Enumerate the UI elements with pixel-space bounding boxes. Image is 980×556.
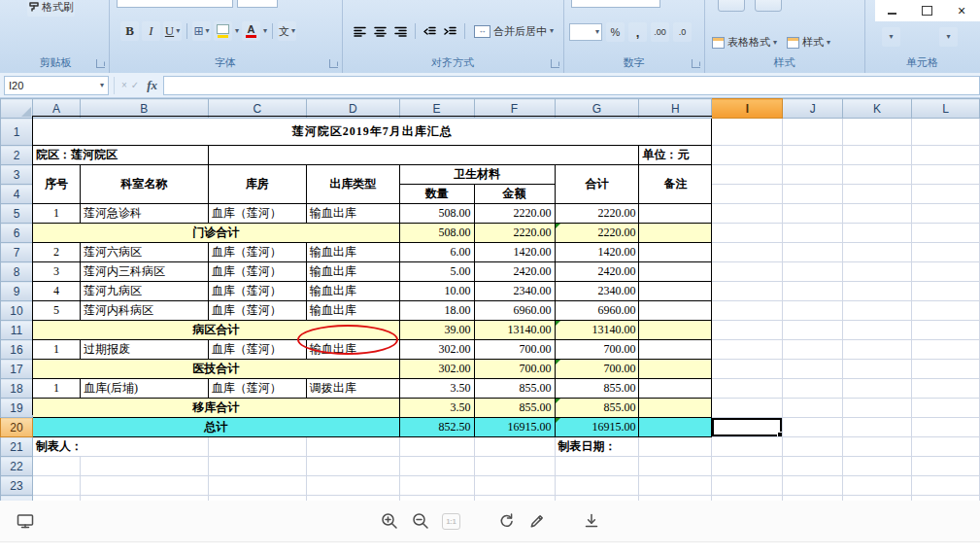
grid-cell[interactable] <box>912 262 980 282</box>
increase-decimal-button[interactable]: .00 <box>651 22 669 42</box>
cell[interactable]: 血库（莲河） <box>208 301 306 321</box>
grid-cell[interactable] <box>843 418 912 437</box>
grid-cell[interactable] <box>639 437 712 457</box>
row-header[interactable]: 7 <box>1 243 33 262</box>
cell[interactable]: 508.00 <box>399 224 474 243</box>
grid-cell[interactable] <box>555 457 639 476</box>
grid-cell[interactable] <box>783 437 843 457</box>
grid-cell[interactable] <box>555 476 639 496</box>
cell[interactable]: 13140.00 <box>474 321 555 340</box>
grid-cell[interactable] <box>912 301 980 321</box>
grid-cell[interactable] <box>843 119 912 146</box>
cell[interactable]: 16915.00 <box>555 418 639 437</box>
cell[interactable]: 血库（莲河） <box>208 282 306 301</box>
cell[interactable]: 莲河急诊科 <box>80 204 208 224</box>
insert-function-icon[interactable]: fx <box>147 78 157 93</box>
grid-cell[interactable] <box>912 243 980 262</box>
rotate-button[interactable] <box>495 510 517 532</box>
grid-cell[interactable] <box>32 476 80 496</box>
grid-cell[interactable] <box>843 204 912 224</box>
grid-cell[interactable] <box>843 437 912 457</box>
zoom-reset-button[interactable]: 1:1 <box>441 510 462 532</box>
grid-cell[interactable] <box>843 399 912 418</box>
grid-cell[interactable] <box>712 360 783 379</box>
column-header[interactable]: K <box>843 99 912 119</box>
cell[interactable]: 700.00 <box>555 360 639 379</box>
row-header[interactable]: 10 <box>1 301 33 321</box>
dialog-launcher-icon[interactable] <box>551 59 559 68</box>
row-header[interactable]: 22 <box>1 457 33 476</box>
cell[interactable]: 508.00 <box>399 204 474 224</box>
grid-cell[interactable] <box>783 340 843 360</box>
font-name-box[interactable] <box>117 0 233 8</box>
grid-cell[interactable] <box>474 437 555 457</box>
grid-cell[interactable] <box>783 476 843 496</box>
download-button[interactable] <box>581 510 602 532</box>
grid-cell[interactable] <box>399 457 474 476</box>
cell[interactable]: 6960.00 <box>474 301 555 321</box>
cell[interactable]: 莲河六病区 <box>80 243 208 262</box>
display-button[interactable] <box>15 510 36 532</box>
grid-cell[interactable] <box>843 243 912 262</box>
cell[interactable]: 1420.00 <box>555 243 639 262</box>
grid-cell[interactable] <box>783 262 843 282</box>
dialog-launcher-icon[interactable] <box>96 59 105 68</box>
align-center-button[interactable] <box>372 23 389 40</box>
unit-label[interactable]: 单位：元 <box>639 146 712 165</box>
grid-cell[interactable] <box>843 262 912 282</box>
align-right-button[interactable] <box>392 23 409 40</box>
grid-cell[interactable] <box>912 224 980 243</box>
grid-cell[interactable] <box>912 204 980 224</box>
grand-total-label[interactable]: 总计 <box>32 418 399 437</box>
header-out-type[interactable]: 出库类型 <box>306 165 399 204</box>
number-format-dropdown[interactable]: ▾ <box>569 23 602 41</box>
report-title[interactable]: 莲河院区2019年7月出库汇总 <box>32 119 711 146</box>
grid-cell[interactable] <box>843 165 912 185</box>
grid-cell[interactable] <box>843 360 912 379</box>
preparer-label[interactable]: 制表人： <box>32 437 208 457</box>
cell[interactable]: 3.50 <box>399 379 474 399</box>
row-header[interactable]: 23 <box>1 476 33 496</box>
grid-cell[interactable] <box>639 457 712 476</box>
grid-cell[interactable] <box>843 185 912 204</box>
grid-cell[interactable] <box>712 204 783 224</box>
italic-button[interactable]: I <box>142 21 160 41</box>
cell[interactable] <box>639 204 712 224</box>
cell[interactable]: 855.00 <box>474 399 555 418</box>
cell[interactable]: 2220.00 <box>474 204 555 224</box>
column-header[interactable]: J <box>783 99 843 119</box>
grid-cell[interactable] <box>639 476 712 496</box>
merge-center-button[interactable]: ↔ 合并后居中 ▾ <box>471 22 557 40</box>
cell[interactable]: 13140.00 <box>555 321 639 340</box>
cell[interactable]: 2420.00 <box>555 262 639 282</box>
grid-cell[interactable] <box>712 282 783 301</box>
row-header[interactable]: 8 <box>1 262 33 282</box>
cell[interactable] <box>639 321 712 340</box>
minimize-button[interactable] <box>885 4 898 17</box>
row-header[interactable]: 17 <box>1 360 33 379</box>
grid-cell[interactable] <box>783 282 843 301</box>
row-header[interactable]: 5 <box>1 204 33 224</box>
grid-cell[interactable] <box>783 418 843 437</box>
format-painter-button[interactable]: 格式刷 <box>27 0 75 17</box>
cell[interactable]: 输血出库 <box>306 204 399 224</box>
grid-cell[interactable] <box>306 476 399 496</box>
header-seq[interactable]: 序号 <box>32 165 80 204</box>
grid-cell[interactable] <box>843 224 912 243</box>
cell[interactable]: 1420.00 <box>474 243 555 262</box>
grid-cell[interactable] <box>912 437 980 457</box>
grid-cell[interactable] <box>712 146 783 165</box>
cell[interactable]: 输血出库 <box>306 262 399 282</box>
cell[interactable]: 2220.00 <box>555 204 639 224</box>
cell[interactable]: 302.00 <box>399 360 474 379</box>
cell[interactable]: 2220.00 <box>555 224 639 243</box>
close-button[interactable]: × <box>955 4 968 17</box>
cell[interactable]: 莲河九病区 <box>80 282 208 301</box>
cell[interactable]: 3.50 <box>399 399 474 418</box>
cell[interactable] <box>639 282 712 301</box>
grid-cell[interactable] <box>712 243 783 262</box>
edit-button[interactable] <box>526 510 548 532</box>
grid-cell[interactable] <box>712 476 783 496</box>
grid-cell[interactable] <box>783 224 843 243</box>
cell[interactable]: 700.00 <box>474 360 555 379</box>
